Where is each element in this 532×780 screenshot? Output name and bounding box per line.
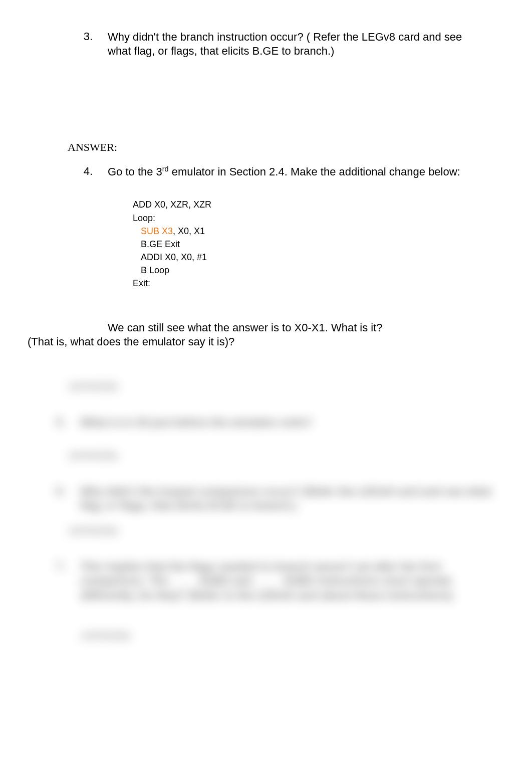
q4-superscript: rd — [162, 165, 169, 173]
blurred-question-6: 6. Why didn't the looped comparison occu… — [0, 485, 532, 513]
blurred-answer-4: ANSWER: — [80, 629, 532, 642]
followup-line-2: (That is, what does the emulator say it … — [28, 335, 484, 349]
blurred-answer-3: ANSWER: — [68, 524, 532, 537]
blurred-answer-1: ANSWER: — [68, 380, 532, 393]
code-line-3: Loop: — [133, 212, 504, 225]
code-block: ADD X0, XZR, XZR Loop: SUB X3, X0, X1 B.… — [133, 198, 504, 290]
question-3: 3. Why didn't the branch instruction occ… — [28, 30, 504, 58]
blurred-q6-text: Why didn't the looped comparison occur? … — [80, 485, 532, 513]
code-line-8: Exit: — [133, 277, 504, 290]
question-4-text: Go to the 3rd emulator in Section 2.4. M… — [108, 165, 504, 179]
followup-line-1: We can still see what the answer is to X… — [28, 321, 484, 335]
question-4-followup: We can still see what the answer is to X… — [28, 321, 504, 349]
blurred-q6-number: 6. — [0, 485, 80, 513]
blurred-content-region: ANSWER: 5. What is in X0 just before the… — [0, 349, 532, 780]
question-4: 4. Go to the 3rd emulator in Section 2.4… — [28, 165, 504, 179]
question-4-number: 4. — [28, 165, 108, 179]
q4-text-before: Go to the 3 — [108, 165, 162, 178]
question-3-number: 3. — [28, 30, 108, 58]
blurred-q7-number: 7. — [0, 560, 80, 603]
code-line-7: B Loop — [133, 264, 504, 277]
code-line-1: ADD X0, XZR, XZR — [133, 198, 504, 211]
blurred-question-7: 7. This implies that the flags needed to… — [0, 560, 532, 603]
question-3-text: Why didn't the branch instruction occur?… — [108, 30, 504, 58]
blurred-q5-text: What is in X0 just before the emulator e… — [80, 416, 532, 430]
blurred-answer-2: ANSWER: — [68, 449, 532, 462]
answer-label-q3: ANSWER: — [68, 141, 504, 154]
document-page: 3. Why didn't the branch instruction occ… — [0, 0, 532, 349]
blurred-question-5: 5. What is in X0 just before the emulato… — [0, 416, 532, 430]
code-line-5: B.GE Exit — [133, 238, 504, 251]
code-line-4: SUB X3, X0, X1 — [133, 225, 504, 238]
code-line-4-rest: , X0, X1 — [173, 226, 205, 236]
blurred-q5-number: 5. — [0, 416, 80, 430]
blurred-q7-text: This implies that the flags needed to br… — [80, 560, 532, 603]
q4-text-after: emulator in Section 2.4. Make the additi… — [169, 165, 460, 178]
code-highlight: SUB X3 — [141, 226, 173, 236]
code-line-6: ADDI X0, X0, #1 — [133, 251, 504, 264]
